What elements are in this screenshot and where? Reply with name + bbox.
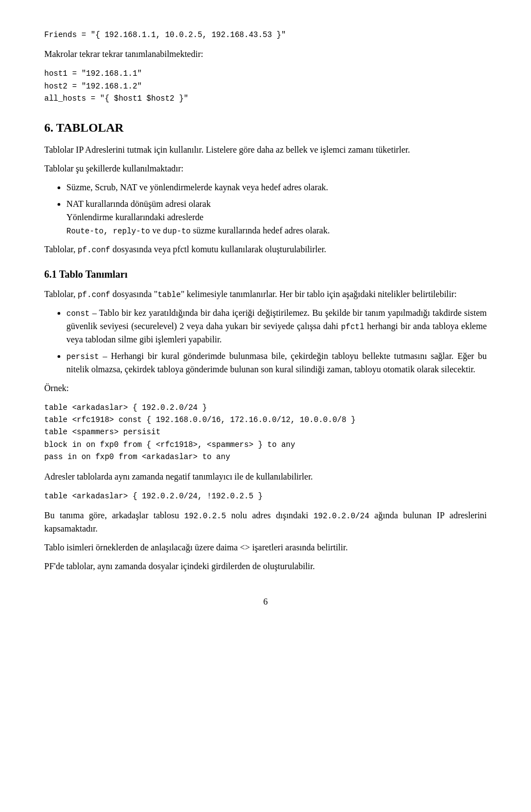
list-item-1: Süzme, Scrub, NAT ve yönlendirmelerde ka… [66, 181, 487, 194]
route-to-code: Route-to, reply-to [66, 227, 150, 236]
ip-code-2: 192.0.2.0/24 [314, 512, 369, 520]
para-negative-2: Bu tanıma göre, arkadaşlar tablosu 192.0… [44, 509, 487, 535]
intro-code-1: Friends = "{ 192.168.1.1, 10.0.2.5, 192.… [44, 29, 487, 41]
properties-list: const – Tablo bir kez yaratıldığında bir… [66, 306, 487, 376]
intro-code-2: host1 = "192.168.1.1" host2 = "192.168.1… [44, 67, 487, 105]
example-label: Örnek: [44, 382, 487, 395]
page-content: Friends = "{ 192.168.1.1, 10.0.2.5, 192.… [44, 29, 487, 608]
const-code: const [66, 309, 90, 318]
dup-to-code: dup-to [163, 227, 190, 236]
para-names-1: Tablo isimleri örneklerden de anlaşılaca… [44, 541, 487, 554]
pfctl-code: pfctl [341, 322, 365, 331]
section-6-title: 6. TABLOLAR [44, 118, 487, 137]
pfconf-code-1: pf.conf [77, 246, 110, 254]
list-item-persist: persist – Herhangi bir kural gönderimde … [66, 350, 487, 376]
subsection-61-para-1: Tablolar, pf.conf dosyasında "table" kel… [44, 288, 487, 301]
table-keyword-code: table [158, 290, 181, 299]
persist-code: persist [66, 352, 99, 361]
para-negative-1: Adresler tablolarda aynı zamanda negatif… [44, 470, 487, 483]
negative-code-block: table <arkadaslar> { 192.0.2.0/24, !192.… [44, 490, 487, 502]
list-item-const: const – Tablo bir kez yaratıldığında bir… [66, 306, 487, 346]
list-item-2: NAT kurallarında dönüşüm adresi olarak Y… [66, 197, 487, 237]
pfconf-code-2: pf.conf [77, 290, 110, 299]
section-6-para-1: Tablolar IP Adreslerini tutmak için kull… [44, 143, 487, 157]
example-code-block: table <arkadaslar> { 192.0.2.0/24 } tabl… [44, 402, 487, 464]
para-pf-1: PF'de tablolar, aynı zamanda dosyalar iç… [44, 560, 487, 573]
subsection-61-title: 6.1 Tablo Tanımları [44, 267, 487, 282]
usage-list: Süzme, Scrub, NAT ve yönlendirmelerde ka… [66, 181, 487, 237]
page-number: 6 [44, 595, 487, 608]
section-6-para-3: Tablolar, pf.conf dosyasında veya pfctl … [44, 243, 487, 256]
intro-para-1: Makrolar tekrar tekrar tanımlanabilmekte… [44, 48, 487, 61]
section-6-para-2: Tablolar şu şekillerde kullanılmaktadır: [44, 162, 487, 175]
ip-code-1: 192.0.2.5 [184, 512, 226, 520]
